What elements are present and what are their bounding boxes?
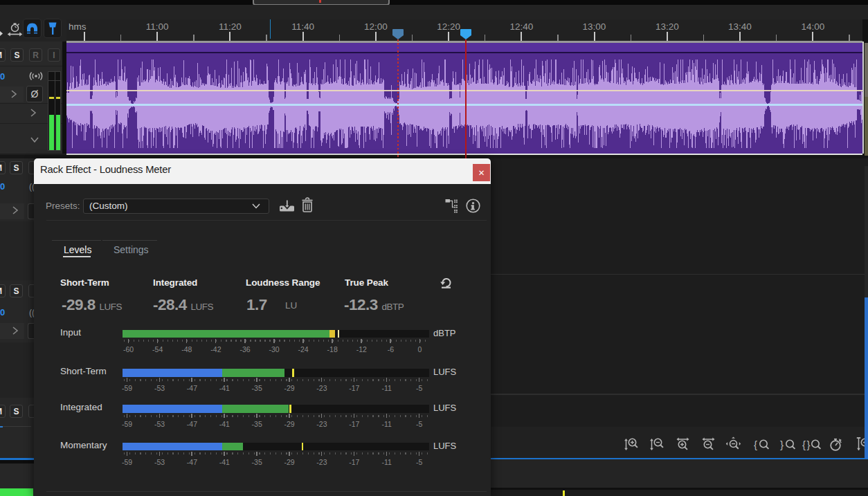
svg-text:{: { — [754, 439, 757, 450]
svg-text:{: { — [802, 439, 806, 450]
svg-text:}: } — [807, 439, 811, 450]
svg-text:}: } — [780, 439, 784, 450]
